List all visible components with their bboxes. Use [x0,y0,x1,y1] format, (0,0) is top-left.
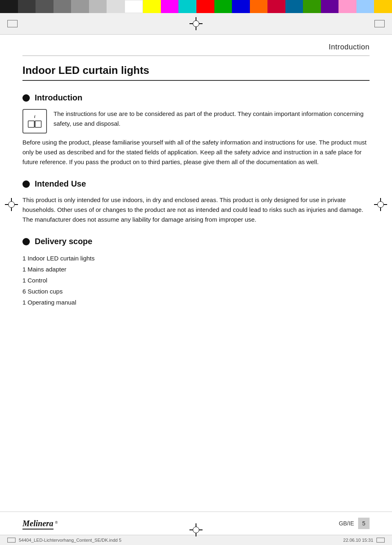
info-i-icon: i [34,114,35,119]
color-swatch [53,0,71,13]
delivery-scope-heading-text: Delivery scope [35,237,92,246]
brand-trademark: ® [55,521,58,525]
page-header-title: Introduction [329,43,370,51]
list-item: 6 Suction cups [22,286,370,297]
color-swatch [339,0,356,13]
reg-box-right [374,20,385,27]
list-item: 1 Mains adapter [22,264,370,275]
page-number-box: 5 [358,518,370,529]
bottom-right: 22.06.10 15:31 [343,538,385,543]
color-swatch [178,0,196,13]
page-header: Introduction [22,35,370,56]
svg-rect-1 [35,121,41,127]
intro-para1: The instructions for use are to be consi… [53,109,370,129]
main-title: Indoor LED curtain lights [22,64,370,81]
color-swatch [196,0,214,13]
list-item: 1 Control [22,275,370,286]
list-item: 1 Operating manual [22,297,370,308]
intended-use-section: Intended Use This product is only intend… [22,179,370,225]
left-reg-mark [5,198,18,212]
delivery-scope-section: Delivery scope 1 Indoor LED curtain ligh… [22,237,370,308]
delivery-list: 1 Indoor LED curtain lights 1 Mains adap… [22,253,370,308]
intro-para2: Before using the product, please familia… [22,138,370,167]
color-swatch [143,0,161,13]
color-bar [0,0,392,13]
color-swatch [0,0,18,13]
page-number: 5 [362,520,365,527]
color-swatch [107,0,125,13]
list-item: 1 Indoor LED curtain lights [22,253,370,264]
intro-text-block: The instructions for use are to be consi… [53,109,370,133]
color-swatch [285,0,303,13]
bullet-icon-2 [22,180,30,188]
intended-use-heading-text: Intended Use [35,179,86,189]
color-swatch [267,0,285,13]
reg-box-bottom-left [7,538,16,543]
introduction-heading: Introduction [22,93,370,102]
color-swatch [125,0,143,13]
section-heading-text: Introduction [35,93,82,102]
reg-box-left [7,20,18,27]
page: Introduction Indoor LED curtain lights I… [0,0,392,545]
top-reg-row [0,13,392,35]
bottom-left: 54404_LED-Lichtervorhang_Content_SE/DK.i… [7,538,121,543]
top-center-crosshair [189,17,203,30]
brand-name: Melinera [22,519,53,529]
bullet-icon [22,94,30,102]
color-swatch [36,0,53,13]
info-icon-box: i [22,109,47,133]
intended-use-para: This product is only intended for use in… [22,195,370,225]
brand-logo: Melinera ® [22,519,58,528]
footer-right: GB/IE 5 [339,518,370,529]
color-swatch [161,0,179,13]
footer: Melinera ® GB/IE 5 54404_LED-Lichtervorh… [0,512,392,545]
book-icon [27,120,42,129]
color-swatch [18,0,36,13]
color-swatch [71,0,89,13]
intended-use-heading: Intended Use [22,179,370,189]
color-swatch [214,0,232,13]
color-swatch [89,0,107,13]
color-swatch [303,0,321,13]
filename-label: 54404_LED-Lichtervorhang_Content_SE/DK.i… [19,538,121,543]
reg-box-bottom-right [376,538,385,543]
color-swatch [232,0,250,13]
right-reg-mark [374,198,387,212]
color-swatch [250,0,268,13]
bullet-icon-3 [22,238,30,245]
svg-rect-0 [28,121,34,127]
info-section: i The instructions for use are to be con… [22,109,370,133]
bottom-center-crosshair [189,523,203,538]
content-wrapper: Introduction Indoor LED curtain lights I… [0,35,392,512]
color-swatch [321,0,339,13]
date-label: 22.06.10 15:31 [343,538,373,543]
color-swatch [374,0,392,13]
delivery-scope-heading: Delivery scope [22,237,370,246]
locale-label: GB/IE [339,520,354,527]
main-content: Introduction Indoor LED curtain lights I… [0,35,392,353]
color-swatch [356,0,374,13]
introduction-section: Introduction i [22,93,370,167]
